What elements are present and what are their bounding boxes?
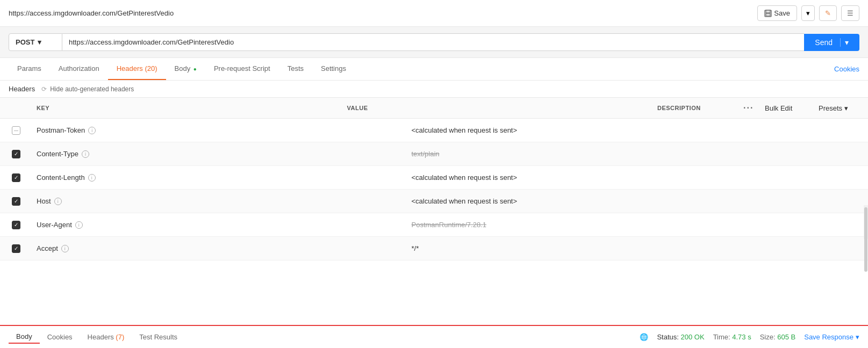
- bottom-tab-headers[interactable]: Headers (7): [80, 331, 132, 343]
- cookies-link[interactable]: Cookies: [834, 59, 859, 79]
- row-checkbox-2[interactable]: [0, 150, 32, 158]
- send-button[interactable]: Send ▾: [804, 34, 859, 51]
- svg-rect-1: [766, 10, 770, 13]
- th-checkbox: [0, 106, 32, 110]
- key-label: Postman-Token: [37, 126, 85, 134]
- tab-settings[interactable]: Settings: [312, 58, 355, 80]
- edit-button[interactable]: ✎: [819, 5, 837, 21]
- wand-icon: ⟳: [41, 85, 47, 93]
- method-chevron-icon: ▾: [38, 38, 41, 46]
- chevron-down-icon: ▾: [806, 9, 810, 17]
- status-label: Status: 200 OK: [657, 333, 704, 341]
- hide-auto-headers-button[interactable]: ⟳ Hide auto-generated headers: [41, 85, 134, 93]
- row-checkbox-5[interactable]: [0, 221, 32, 229]
- bulk-edit-button[interactable]: Bulk Edit: [765, 104, 792, 112]
- sub-header: Headers ⟳ Hide auto-generated headers: [0, 81, 868, 98]
- bottom-tab-cookies[interactable]: Cookies: [40, 331, 80, 343]
- row-desc-3: [782, 173, 868, 182]
- page-url: https://access.imgdownloader.com/GetPint…: [9, 9, 174, 17]
- time-label: Time: 4.73 s: [713, 333, 751, 341]
- row-desc-2: [782, 150, 868, 158]
- tab-pre-request-script[interactable]: Pre-request Script: [205, 58, 279, 80]
- row-key-6: Accept i: [32, 240, 407, 257]
- scrollbar-thumb[interactable]: [864, 207, 867, 272]
- row-value-4: <calculated when request is sent>: [407, 193, 783, 209]
- row-desc-5: [782, 221, 868, 229]
- row-value-5: PostmanRuntime/7.28.1: [407, 216, 783, 233]
- table-row: Content-Type i text/plain: [0, 142, 868, 166]
- key-label: User-Agent: [37, 221, 72, 229]
- size-label: Size: 605 B: [760, 333, 796, 341]
- url-bar: POST ▾ Send ▾: [0, 27, 868, 58]
- table-row: Postman-Token i <calculated when request…: [0, 119, 868, 142]
- info-icon-3[interactable]: i: [88, 174, 96, 182]
- edit-icon: ✎: [825, 9, 831, 17]
- row-key-2: Content-Type i: [32, 146, 407, 162]
- headers-badge: (20): [145, 64, 157, 73]
- checkbox-content-type[interactable]: [12, 150, 20, 158]
- body-dot-icon: ●: [193, 66, 197, 72]
- method-select[interactable]: POST ▾: [9, 33, 62, 51]
- checkbox-accept[interactable]: [12, 244, 20, 253]
- bottom-headers-badge: (7): [116, 333, 124, 341]
- method-label: POST: [16, 38, 34, 46]
- send-label: Send: [815, 38, 833, 47]
- save-button[interactable]: Save: [757, 5, 797, 21]
- tab-tests[interactable]: Tests: [279, 58, 312, 80]
- table-row: Host i <calculated when request is sent>: [0, 190, 868, 213]
- bottom-tab-body[interactable]: Body: [9, 330, 40, 344]
- time-value: 4.73 s: [732, 333, 751, 341]
- bottom-bar: Body Cookies Headers (7) Test Results 🌐 …: [0, 325, 868, 348]
- tab-authorization[interactable]: Authorization: [50, 58, 108, 80]
- info-icon-6[interactable]: i: [61, 245, 69, 252]
- comment-icon: ☰: [847, 9, 853, 17]
- checkbox-host[interactable]: [12, 197, 20, 206]
- scrollbar[interactable]: [864, 205, 868, 239]
- row-key-5: User-Agent i: [32, 216, 407, 233]
- row-checkbox-4[interactable]: [0, 197, 32, 206]
- bottom-tab-test-results[interactable]: Test Results: [132, 331, 185, 343]
- tab-params[interactable]: Params: [9, 58, 50, 80]
- send-chevron-icon: ▾: [840, 38, 849, 47]
- save-response-chevron-icon: ▾: [856, 333, 859, 341]
- row-checkbox-6[interactable]: [0, 244, 32, 253]
- checkbox-user-agent[interactable]: [12, 221, 20, 229]
- tab-headers[interactable]: Headers (20): [108, 58, 166, 80]
- comment-button[interactable]: ☰: [841, 5, 859, 21]
- checkbox-content-length[interactable]: [12, 173, 20, 182]
- tabs-left: Params Authorization Headers (20) Body ●…: [9, 58, 355, 80]
- row-value-3: <calculated when request is sent>: [407, 169, 783, 186]
- headers-sub-label: Headers: [9, 85, 35, 93]
- status-value: 200 OK: [681, 333, 705, 341]
- url-input[interactable]: [62, 33, 804, 51]
- presets-button[interactable]: Presets ▾: [819, 104, 848, 112]
- row-value-2: text/plain: [407, 146, 783, 162]
- info-icon-1[interactable]: i: [88, 127, 96, 134]
- save-chevron-button[interactable]: ▾: [801, 5, 815, 21]
- save-response-button[interactable]: Save Response ▾: [804, 333, 859, 341]
- save-label: Save: [774, 9, 790, 17]
- key-label: Content-Length: [37, 173, 85, 182]
- row-checkbox-3[interactable]: [0, 173, 32, 182]
- size-value: 605 B: [777, 333, 795, 341]
- bottom-tabs: Body Cookies Headers (7) Test Results: [9, 330, 185, 344]
- th-bulk-edit: Bulk Edit: [761, 102, 814, 114]
- row-key-4: Host i: [32, 193, 407, 209]
- key-label: Content-Type: [37, 150, 78, 158]
- th-key: KEY: [32, 103, 343, 113]
- presets-chevron-icon: ▾: [844, 104, 848, 112]
- tab-body[interactable]: Body ●: [166, 58, 205, 80]
- row-desc-1: [782, 126, 868, 135]
- info-icon-4[interactable]: i: [54, 198, 62, 205]
- info-icon-5[interactable]: i: [75, 221, 83, 229]
- checkbox-postman-token[interactable]: [12, 126, 20, 135]
- th-dots: ···: [739, 101, 761, 115]
- row-desc-4: [782, 197, 868, 206]
- info-icon-2[interactable]: i: [82, 150, 89, 158]
- top-bar: https://access.imgdownloader.com/GetPint…: [0, 0, 868, 27]
- table-row: Content-Length i <calculated when reques…: [0, 166, 868, 190]
- more-options-icon[interactable]: ···: [743, 103, 754, 112]
- tabs: Params Authorization Headers (20) Body ●…: [0, 58, 868, 81]
- th-presets: Presets ▾: [814, 102, 868, 114]
- row-checkbox-1[interactable]: [0, 126, 32, 135]
